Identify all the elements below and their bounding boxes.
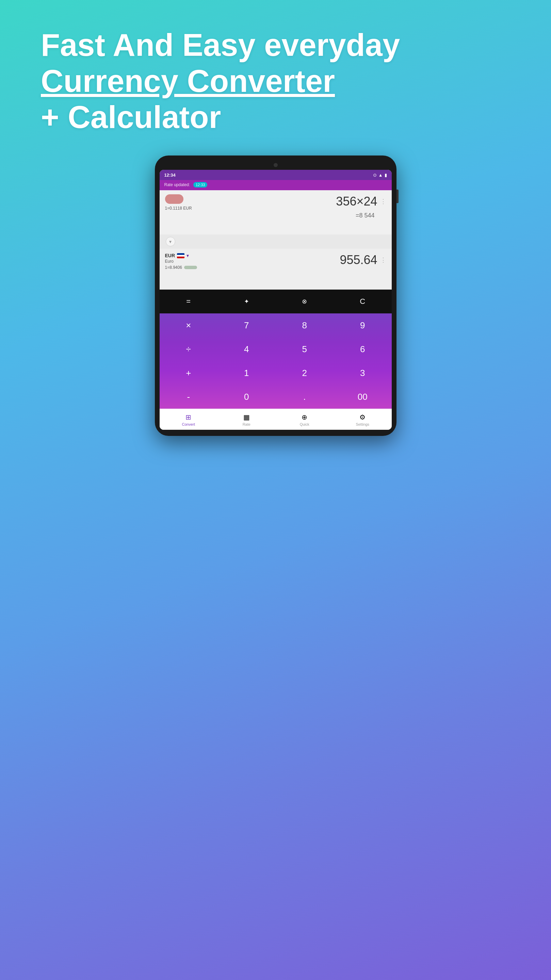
num-9-button[interactable]: 9	[333, 313, 392, 337]
eur-name: Euro	[165, 259, 197, 264]
settings-icon: ⚙	[359, 413, 366, 421]
percent-button[interactable]: ✦	[218, 290, 276, 313]
nav-quick[interactable]: ⊕ Quick	[276, 412, 334, 428]
calc-numpad: × 7 8 9 ÷ 4 5 6 + 1 2 3 - 0 . 00	[159, 313, 392, 409]
bottom-navigation: ⊞ Convert ▦ Rate ⊕ Quick ⚙ Settings	[159, 409, 392, 430]
rate-updated-label: Rate updated:	[164, 182, 190, 187]
currency-bottom-row: EUR ▾ Euro 1=8.9406 955.64 ⋮	[165, 253, 386, 270]
app-header: Rate updated: 12:33	[159, 180, 392, 190]
calc-result: =8 544	[356, 212, 375, 219]
convert-icon: ⊞	[185, 413, 191, 421]
top-amount-value[interactable]: 356×24	[336, 194, 377, 208]
tablet-wrapper: 12:34 ⊙ ▲ ▮ Rate updated: 12:33 1=0.1118…	[0, 156, 551, 436]
rate-time-badge: 12:33	[193, 182, 208, 188]
tablet-camera	[274, 163, 278, 167]
rate-label: Rate	[243, 422, 250, 426]
power-button[interactable]	[397, 189, 398, 203]
hero-line3: + Calculator	[41, 99, 510, 135]
settings-label: Settings	[356, 422, 369, 426]
rate-icon: ▦	[243, 413, 250, 421]
backspace-icon: ⊗	[302, 298, 307, 305]
num-3-button[interactable]: 3	[333, 361, 392, 385]
divide-button[interactable]: ÷	[159, 337, 218, 361]
top-more-icon[interactable]: ⋮	[380, 198, 386, 205]
status-bar: 12:34 ⊙ ▲ ▮	[159, 170, 392, 180]
num-6-button[interactable]: 6	[333, 337, 392, 361]
quick-icon: ⊕	[301, 413, 307, 421]
rate-bar-indicator	[184, 266, 197, 269]
num-4-button[interactable]: 4	[218, 337, 276, 361]
bottom-amount-value[interactable]: 955.64	[340, 253, 377, 267]
bottom-more-icon[interactable]: ⋮	[380, 256, 386, 264]
backspace-button[interactable]: ⊗	[276, 290, 334, 313]
convert-label: Convert	[182, 422, 195, 426]
wifi-icon: ▲	[379, 172, 383, 178]
eur-rate-row: 1=8.9406	[165, 265, 197, 270]
clear-button[interactable]: C	[333, 290, 392, 313]
num-2-button[interactable]: 2	[276, 361, 334, 385]
num-8-button[interactable]: 8	[276, 313, 334, 337]
num-0-button[interactable]: 0	[218, 385, 276, 409]
equals-button[interactable]: =	[159, 290, 218, 313]
hero-section: Fast And Easy everyday Currency Converte…	[0, 0, 551, 149]
swap-divider: ▾	[159, 234, 392, 249]
tablet-screen: 12:34 ⊙ ▲ ▮ Rate updated: 12:33 1=0.1118…	[159, 170, 392, 430]
hero-line1: Fast And Easy everyday	[41, 27, 510, 63]
location-icon: ⊙	[373, 172, 377, 178]
eur-dropdown-icon[interactable]: ▾	[186, 253, 189, 258]
top-amount-area: 356×24 ⋮	[336, 194, 386, 208]
eur-code: EUR	[165, 253, 175, 258]
currency-bottom-left: EUR ▾ Euro 1=8.9406	[165, 253, 197, 270]
currency-top-left: 1=0.1118 EUR	[165, 194, 192, 211]
battery-icon: ▮	[385, 172, 387, 178]
nav-settings[interactable]: ⚙ Settings	[333, 412, 392, 428]
currency-top-row: 1=0.1118 EUR 356×24 ⋮	[165, 194, 386, 211]
subtract-button[interactable]: -	[159, 385, 218, 409]
eur-selector-row[interactable]: EUR ▾	[165, 253, 197, 258]
num-7-button[interactable]: 7	[218, 313, 276, 337]
double-zero-button[interactable]: 00	[333, 385, 392, 409]
bottom-amount-area: 955.64 ⋮	[340, 253, 386, 267]
result-row: =8 544	[165, 212, 386, 219]
percent-icon: ✦	[244, 298, 249, 305]
tablet-device: 12:34 ⊙ ▲ ▮ Rate updated: 12:33 1=0.1118…	[155, 156, 397, 436]
quick-label: Quick	[300, 422, 309, 426]
calc-operators-row: = ✦ ⊗ C	[159, 290, 392, 313]
source-rate-text: 1=0.1118 EUR	[165, 206, 192, 211]
eur-rate-text: 1=8.9406	[165, 265, 182, 270]
currency-bottom-section: EUR ▾ Euro 1=8.9406 955.64 ⋮	[159, 249, 392, 290]
source-currency-flag[interactable]	[165, 194, 183, 204]
num-5-button[interactable]: 5	[276, 337, 334, 361]
multiply-button[interactable]: ×	[159, 313, 218, 337]
num-1-button[interactable]: 1	[218, 361, 276, 385]
nav-rate[interactable]: ▦ Rate	[218, 412, 276, 428]
status-time: 12:34	[164, 172, 175, 178]
add-button[interactable]: +	[159, 361, 218, 385]
currency-top-section: 1=0.1118 EUR 356×24 ⋮ =8 544	[159, 190, 392, 234]
decimal-button[interactable]: .	[276, 385, 334, 409]
status-icons: ⊙ ▲ ▮	[373, 172, 387, 178]
swap-button[interactable]: ▾	[166, 237, 175, 247]
chevron-down-icon: ▾	[169, 239, 172, 244]
eur-flag	[177, 253, 185, 258]
hero-line2: Currency Converter	[41, 63, 510, 99]
nav-convert[interactable]: ⊞ Convert	[159, 412, 218, 428]
